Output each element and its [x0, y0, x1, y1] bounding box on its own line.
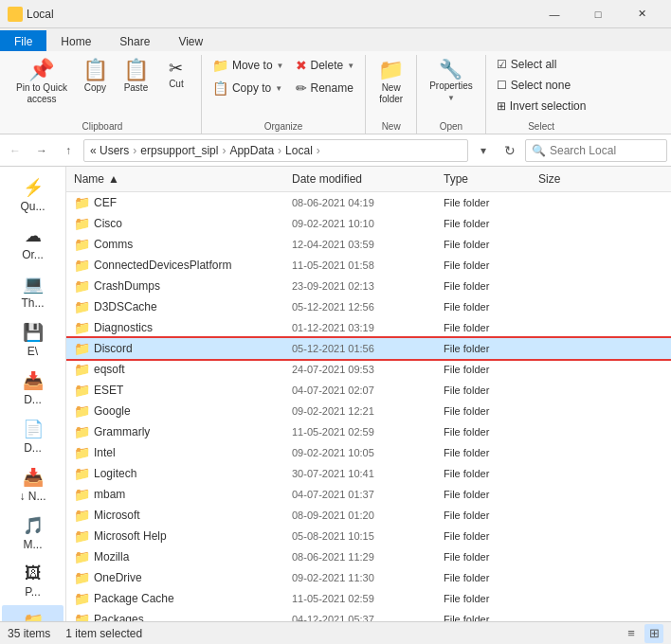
paste-button[interactable]: 📋 Paste — [117, 55, 155, 98]
folder-icon: 📁 — [74, 528, 90, 544]
properties-button[interactable]: 🔧 Properties ▼ — [423, 55, 480, 107]
file-name-cell: 📁 mbam — [66, 487, 284, 502]
ribbon-group-clipboard: 📌 Pin to Quickaccess 📋 Copy 📋 Paste ✂ Cu… — [4, 55, 202, 134]
table-row[interactable]: 📁 mbam 04-07-2021 01:37 File folder — [66, 484, 671, 505]
table-row[interactable]: 📁 Packages 04-12-2021 05:37 File folder — [66, 609, 671, 621]
sidebar-item-thispc[interactable]: 💻 Th... — [2, 268, 63, 315]
table-row[interactable]: 📁 Microsoft 08-09-2021 01:20 File folder — [66, 505, 671, 526]
table-row[interactable]: 📁 D3DSCache 05-12-2021 12:56 File folder — [66, 296, 671, 317]
file-date-cell: 04-07-2021 02:07 — [284, 385, 436, 396]
organize-col2: ✖ Delete ▼ ✏ Rename — [291, 55, 360, 98]
file-date-cell: 05-12-2021 12:56 — [284, 301, 436, 313]
select-all-button[interactable]: ☑ Select all — [492, 55, 591, 74]
ribbon-group-open: 🔧 Properties ▼ Open — [417, 55, 486, 134]
sidebar-item-pictures[interactable]: 🖼 P... — [2, 558, 63, 604]
properties-label: Properties — [429, 80, 473, 92]
view-controls: ≡ ⊞ — [622, 624, 663, 643]
paste-icon: 📋 — [123, 60, 149, 80]
close-button[interactable]: ✕ — [620, 0, 663, 28]
copy-to-button[interactable]: 📋 Copy to ▼ — [208, 78, 287, 98]
tab-view[interactable]: View — [164, 30, 217, 51]
file-date-cell: 09-02-2021 10:05 — [284, 447, 436, 458]
ribbon: 📌 Pin to Quickaccess 📋 Copy 📋 Paste ✂ Cu… — [0, 51, 671, 134]
table-row[interactable]: 📁 Grammarly 11-05-2021 02:59 File folder — [66, 421, 671, 442]
folder-icon: 📁 — [74, 508, 90, 523]
properties-dropdown-icon: ▼ — [447, 94, 455, 102]
move-to-button[interactable]: 📁 Move to ▼ — [208, 55, 289, 76]
cut-button[interactable]: ✂ Cut — [157, 55, 195, 95]
table-row[interactable]: 📁 CEF 08-06-2021 04:19 File folder — [66, 192, 671, 213]
table-row[interactable]: 📁 Diagnostics 01-12-2021 03:19 File fold… — [66, 317, 671, 338]
select-items: ☑ Select all ☐ Select none ⊞ Invert sele… — [492, 55, 591, 118]
sidebar-item-downloads[interactable]: 📥 D... — [2, 365, 63, 412]
table-row[interactable]: 📁 Mozilla 08-06-2021 11:29 File folder — [66, 546, 671, 567]
col-header-type[interactable]: Type — [436, 170, 531, 188]
col-header-name[interactable]: Name ▲ — [66, 170, 284, 188]
table-row[interactable]: 📁 Microsoft Help 05-08-2021 10:15 File f… — [66, 526, 671, 546]
col-header-date[interactable]: Date modified — [284, 170, 436, 188]
sidebar-item-label: ↓ N... — [19, 490, 45, 503]
sidebar-item-local[interactable]: 📁 L... — [2, 605, 63, 621]
file-date-cell: 08-06-2021 04:19 — [284, 197, 436, 208]
item-count: 35 items — [8, 627, 50, 640]
folder-icon: 📁 — [74, 341, 90, 356]
table-row[interactable]: 📁 Intel 09-02-2021 10:05 File folder — [66, 442, 671, 463]
file-name: Mozilla — [94, 550, 129, 564]
file-list[interactable]: 📁 CEF 08-06-2021 04:19 File folder 📁 Cis… — [66, 192, 671, 621]
table-row[interactable]: 📁 CrashDumps 23-09-2021 02:13 File folde… — [66, 276, 671, 296]
window-title: Local — [27, 8, 54, 21]
downloads-icon: 📥 — [23, 370, 44, 391]
tab-share[interactable]: Share — [105, 30, 164, 51]
invert-selection-button[interactable]: ⊞ Invert selection — [492, 97, 591, 116]
large-icons-view-button[interactable]: ⊞ — [644, 624, 663, 643]
tab-home[interactable]: Home — [46, 30, 105, 51]
sidebar-item-drive-e[interactable]: 💾 E\ — [2, 316, 63, 364]
search-input[interactable] — [550, 144, 661, 157]
table-row[interactable]: 📁 Discord 05-12-2021 01:56 File folder — [66, 338, 671, 359]
pin-to-quick-access-button[interactable]: 📌 Pin to Quickaccess — [9, 55, 74, 110]
maximize-button[interactable]: □ — [576, 0, 620, 28]
rename-button[interactable]: ✏ Rename — [291, 78, 358, 98]
sidebar-item-quick-access[interactable]: ⚡ Qu... — [2, 171, 63, 219]
sidebar-item-documents[interactable]: 📄 D... — [2, 413, 63, 460]
table-row[interactable]: 📁 Logitech 30-07-2021 10:41 File folder — [66, 463, 671, 484]
table-row[interactable]: 📁 Comms 12-04-2021 03:59 File folder — [66, 234, 671, 255]
new-group-label: New — [382, 118, 401, 134]
back-button[interactable]: ← — [4, 139, 27, 162]
sidebar-item-onedrive[interactable]: ☁ Or... — [2, 220, 63, 267]
details-view-button[interactable]: ≡ — [622, 624, 641, 643]
tab-file[interactable]: File — [0, 30, 46, 51]
downloads2-icon: 📥 — [23, 467, 44, 488]
col-header-size[interactable]: Size — [531, 170, 607, 188]
up-button[interactable]: ↑ — [57, 139, 80, 162]
minimize-button[interactable]: — — [533, 0, 576, 28]
refresh-button[interactable]: ↻ — [499, 139, 521, 162]
delete-button[interactable]: ✖ Delete ▼ — [291, 55, 360, 76]
table-row[interactable]: 📁 Cisco 09-02-2021 10:10 File folder — [66, 213, 671, 234]
breadcrumb[interactable]: « Users › erpsupport_sipl › AppData › Lo… — [83, 139, 468, 162]
table-row[interactable]: 📁 ESET 04-07-2021 02:07 File folder — [66, 380, 671, 401]
select-none-label: Select none — [511, 79, 571, 92]
copy-button[interactable]: 📋 Copy — [76, 55, 115, 98]
file-name-cell: 📁 Microsoft Help — [66, 528, 284, 544]
table-row[interactable]: 📁 Google 09-02-2021 12:21 File folder — [66, 401, 671, 421]
folder-icon: 📁 — [74, 278, 90, 294]
select-none-button[interactable]: ☐ Select none — [492, 76, 591, 95]
file-name-cell: 📁 ConnectedDevicesPlatform — [66, 258, 284, 273]
table-row[interactable]: 📁 Package Cache 11-05-2021 02:59 File fo… — [66, 588, 671, 609]
table-row[interactable]: 📁 OneDrive 09-02-2021 11:30 File folder — [66, 567, 671, 588]
sidebar-item-label: M... — [24, 538, 43, 551]
forward-button[interactable]: → — [30, 139, 53, 162]
folder-icon: 📁 — [74, 362, 90, 377]
rename-label: Rename — [311, 81, 354, 95]
table-row[interactable]: 📁 eqsoft 24-07-2021 09:53 File folder — [66, 359, 671, 380]
file-name: Package Cache — [94, 592, 174, 605]
sidebar-item-downloads2[interactable]: 📥 ↓ N... — [2, 461, 63, 509]
file-type-cell: File folder — [436, 426, 531, 438]
new-folder-button[interactable]: 📁 Newfolder — [372, 55, 410, 110]
file-type-cell: File folder — [436, 343, 531, 354]
dropdown-breadcrumb-button[interactable]: ▾ — [472, 139, 495, 162]
table-row[interactable]: 📁 ConnectedDevicesPlatform 11-05-2021 01… — [66, 255, 671, 276]
paste-label: Paste — [124, 82, 149, 94]
sidebar-item-music[interactable]: 🎵 M... — [2, 510, 63, 557]
